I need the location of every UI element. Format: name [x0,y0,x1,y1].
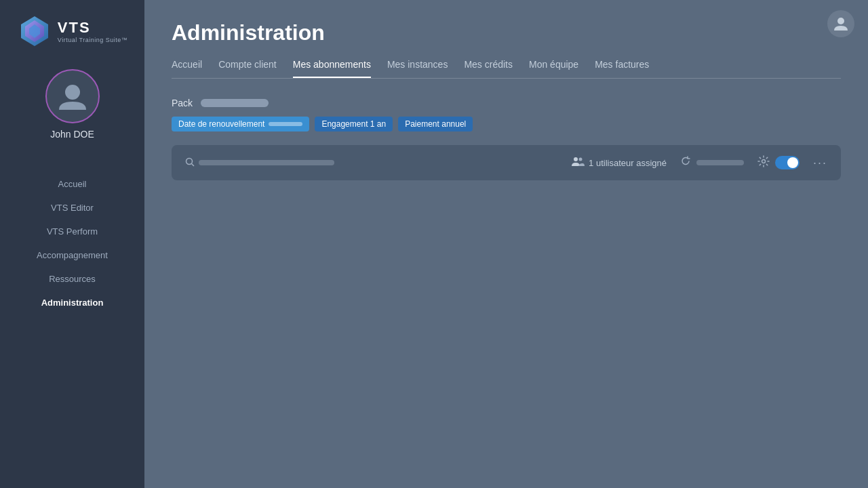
nav-menu: Accueil VTS Editor VTS Perform Accompagn… [0,174,144,313]
tabs-bar: Accueil Compte client Mes abonnements Me… [172,59,841,79]
svg-line-6 [192,163,195,166]
tags-row: Date de renouvellement Engagement 1 an P… [172,117,841,131]
main-content: Administration Accueil Compte client Mes… [144,0,868,488]
toggle-knob [787,157,798,168]
sidebar-item-administration[interactable]: Administration [0,292,144,313]
top-right-avatar[interactable] [827,10,854,37]
user-name-label: John DOE [50,129,94,140]
sidebar-item-vts-perform[interactable]: VTS Perform [0,221,144,242]
tag-payment[interactable]: Paiement annuel [398,117,473,131]
logo-subtitle-label: Virtual Training Suite™ [58,37,127,43]
search-bar-placeholder [199,160,334,165]
svg-point-5 [186,158,193,164]
subscription-card: 1 utilisateur assigné ··· [172,145,841,180]
sidebar-item-accueil[interactable]: Accueil [0,174,144,195]
tab-accueil[interactable]: Accueil [172,59,202,78]
avatar[interactable] [45,69,100,123]
pack-section: Pack Date de renouvellement Engagement 1… [172,98,841,131]
top-right-user-icon [833,16,849,32]
renewal-progress-bar [269,122,302,126]
logo-area: VTS Virtual Training Suite™ [10,14,134,49]
tab-mes-instances[interactable]: Mes instances [387,59,448,78]
vts-logo-icon [17,14,52,49]
sidebar-item-vts-editor[interactable]: VTS Editor [0,197,144,218]
renewal-label: Date de renouvellement [178,119,264,129]
tab-mon-equipe[interactable]: Mon équipe [529,59,578,78]
logo-vts-label: VTS [58,19,127,37]
svg-point-3 [65,85,80,100]
refresh-icon [680,156,691,169]
svg-point-7 [574,157,578,161]
sub-refresh-area [680,156,744,169]
search-icon [185,157,195,169]
refresh-bar-placeholder [696,160,744,165]
pack-row: Pack [172,98,841,108]
payment-label: Paiement annuel [405,119,466,129]
page-title: Administration [172,20,841,45]
tab-compte-client[interactable]: Compte client [218,59,277,78]
more-options-button[interactable]: ··· [813,156,827,170]
users-icon [571,156,585,169]
sidebar-item-ressources[interactable]: Ressources [0,268,144,289]
avatar-area: John DOE [45,69,100,140]
pack-label: Pack [172,98,193,108]
logo-text-area: VTS Virtual Training Suite™ [58,19,127,43]
toggle-switch[interactable] [775,156,800,169]
engagement-label: Engagement 1 an [321,119,386,129]
pack-bar-fill [201,99,269,107]
tab-mes-abonnements[interactable]: Mes abonnements [293,59,371,78]
sidebar-item-accompagnement[interactable]: Accompagnement [0,245,144,266]
gear-icon[interactable] [757,155,770,170]
tag-renewal[interactable]: Date de renouvellement [172,117,309,131]
users-info: 1 utilisateur assigné [571,156,667,169]
svg-point-9 [762,160,765,163]
tab-mes-factures[interactable]: Mes factures [595,59,649,78]
sidebar: VTS Virtual Training Suite™ John DOE Acc… [0,0,144,488]
sub-search-area [185,157,557,169]
tag-engagement[interactable]: Engagement 1 an [315,117,393,131]
tab-mes-credits[interactable]: Mes crédits [464,59,513,78]
sub-settings-area [757,155,800,170]
svg-point-4 [837,18,844,24]
pack-bar [201,99,269,107]
users-count-label: 1 utilisateur assigné [589,158,667,168]
user-avatar-icon [56,79,90,113]
svg-point-8 [579,158,583,161]
